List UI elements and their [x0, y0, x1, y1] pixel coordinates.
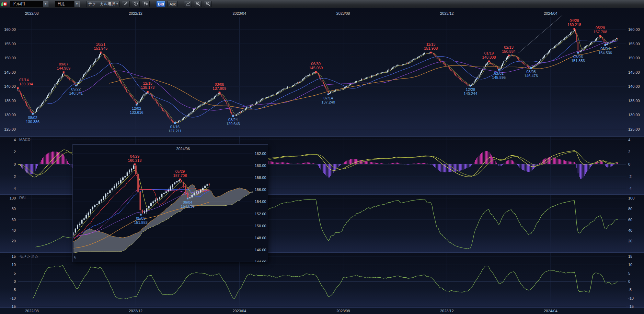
svg-text:137.240: 137.240 — [321, 100, 335, 104]
svg-text:10: 10 — [628, 263, 632, 267]
svg-text:04/29: 04/29 — [130, 154, 140, 158]
svg-text:80: 80 — [12, 207, 16, 211]
svg-text:100: 100 — [10, 196, 16, 200]
svg-text:2023/12: 2023/12 — [440, 11, 454, 15]
svg-text:03/24: 03/24 — [228, 118, 238, 122]
toolbar: ドル/円 ▾ 日足 ▾ テクニカル選択 ▾ Bid — [0, 0, 644, 8]
bid-button[interactable]: Bid — [156, 1, 165, 7]
svg-text:2022/08: 2022/08 — [25, 11, 39, 15]
candlestick-style-button[interactable] — [142, 1, 150, 7]
svg-text:4: 4 — [628, 138, 630, 142]
svg-text:160.218: 160.218 — [567, 23, 581, 27]
zoom-out-icon — [206, 1, 210, 7]
currency-pair-value: ドル/円 — [10, 1, 43, 7]
svg-text:137.909: 137.909 — [212, 86, 226, 90]
chart-area: 2022/082022/082022/122022/122023/042023/… — [0, 8, 644, 314]
detail-chart-window[interactable]: 2024/06162.00160.00158.00156.00154.00152… — [72, 144, 268, 262]
svg-text:150.884: 150.884 — [502, 49, 516, 53]
svg-text:12/15: 12/15 — [143, 81, 152, 85]
line-chart-icon — [186, 1, 191, 7]
svg-text:03/08: 03/08 — [526, 70, 536, 74]
svg-text:01/19: 01/19 — [484, 51, 494, 55]
svg-text:02/01: 02/01 — [494, 71, 504, 75]
svg-text:151.908: 151.908 — [424, 46, 438, 50]
chevron-down-icon: ▾ — [43, 1, 48, 7]
svg-text:07/14: 07/14 — [19, 78, 29, 82]
svg-text:140.244: 140.244 — [464, 92, 478, 96]
svg-text:144.989: 144.989 — [57, 66, 70, 70]
svg-text:10/21: 10/21 — [96, 42, 106, 46]
draw-tool-button[interactable] — [122, 1, 130, 7]
svg-text:130.00: 130.00 — [4, 113, 16, 117]
svg-text:-2: -2 — [12, 174, 16, 179]
svg-text:130.386: 130.386 — [26, 120, 39, 124]
line-chart-button[interactable] — [184, 1, 192, 7]
technical-select-button[interactable]: テクニカル選択 ▾ — [86, 1, 120, 7]
svg-text:09/22: 09/22 — [71, 87, 81, 91]
svg-text:06/04: 06/04 — [183, 200, 193, 204]
svg-text:2024/04: 2024/04 — [544, 11, 557, 15]
svg-text:-4: -4 — [12, 186, 16, 191]
svg-text:10: 10 — [12, 263, 16, 267]
currency-pair-select[interactable]: ドル/円 ▾ — [10, 1, 48, 7]
svg-text:144.00: 144.00 — [255, 260, 266, 262]
svg-text:04/29: 04/29 — [570, 19, 579, 23]
svg-text:40: 40 — [12, 228, 16, 232]
svg-text:135.00: 135.00 — [628, 99, 640, 103]
svg-text:151.853: 151.853 — [571, 59, 585, 63]
inset-chart-canvas: 2024/06162.00160.00158.00156.00154.00152… — [73, 145, 268, 262]
svg-text:156.00: 156.00 — [255, 188, 266, 192]
svg-text:05/03: 05/03 — [136, 216, 146, 220]
svg-text:RSI: RSI — [19, 196, 25, 200]
svg-text:2023/04: 2023/04 — [232, 11, 246, 15]
zoom-in-icon — [196, 1, 200, 7]
timeframe-select[interactable]: 日足 ▾ — [55, 1, 80, 7]
info-button[interactable] — [132, 1, 140, 7]
candlestick-icon — [143, 1, 148, 7]
zoom-in-button[interactable] — [194, 1, 202, 7]
svg-text:07/14: 07/14 — [323, 96, 333, 100]
svg-text:100: 100 — [628, 196, 634, 200]
ask-button[interactable]: Ask — [168, 1, 177, 7]
svg-text:-5: -5 — [628, 288, 632, 292]
technical-select-label: テクニカル選択 — [88, 1, 115, 7]
zoom-out-button[interactable] — [204, 1, 212, 7]
svg-text:151.945: 151.945 — [94, 46, 107, 50]
svg-text:6: 6 — [74, 255, 76, 259]
svg-text:157.708: 157.708 — [173, 173, 187, 178]
svg-text:133.616: 133.616 — [130, 110, 143, 114]
svg-text:40: 40 — [628, 228, 632, 232]
svg-text:09/07: 09/07 — [59, 62, 69, 66]
svg-text:138.173: 138.173 — [141, 85, 154, 89]
svg-text:160.218: 160.218 — [128, 158, 142, 162]
svg-text:20: 20 — [628, 239, 632, 243]
svg-text:2022/12: 2022/12 — [129, 309, 142, 313]
svg-text:148.00: 148.00 — [255, 236, 266, 240]
svg-text:158.00: 158.00 — [255, 176, 266, 180]
svg-text:-4: -4 — [628, 186, 632, 191]
svg-text:0: 0 — [628, 162, 630, 166]
svg-text:157.708: 157.708 — [594, 30, 607, 34]
svg-text:15: 15 — [12, 254, 16, 258]
svg-text:11/13: 11/13 — [426, 42, 436, 46]
svg-text:2024/06: 2024/06 — [176, 147, 190, 151]
svg-text:146.476: 146.476 — [524, 74, 538, 78]
svg-text:05/29: 05/29 — [596, 26, 605, 30]
svg-text:154.536: 154.536 — [598, 51, 612, 55]
svg-text:2023/04: 2023/04 — [232, 309, 246, 313]
svg-text:2022/08: 2022/08 — [25, 309, 39, 313]
svg-text:15: 15 — [628, 254, 632, 258]
chevron-down-icon: ▾ — [74, 1, 79, 7]
svg-text:2023/08: 2023/08 — [336, 11, 350, 15]
svg-text:162.00: 162.00 — [255, 152, 266, 156]
svg-text:150.00: 150.00 — [628, 56, 640, 60]
svg-text:0: 0 — [14, 162, 16, 166]
svg-text:12/02: 12/02 — [132, 106, 141, 110]
svg-text:160.00: 160.00 — [628, 27, 640, 32]
svg-text:4: 4 — [14, 138, 16, 142]
svg-text:154.536: 154.536 — [181, 204, 195, 208]
svg-text:-2: -2 — [628, 174, 632, 179]
svg-text:140.00: 140.00 — [628, 84, 640, 88]
svg-text:05/29: 05/29 — [175, 169, 185, 173]
svg-text:148.808: 148.808 — [482, 55, 496, 59]
